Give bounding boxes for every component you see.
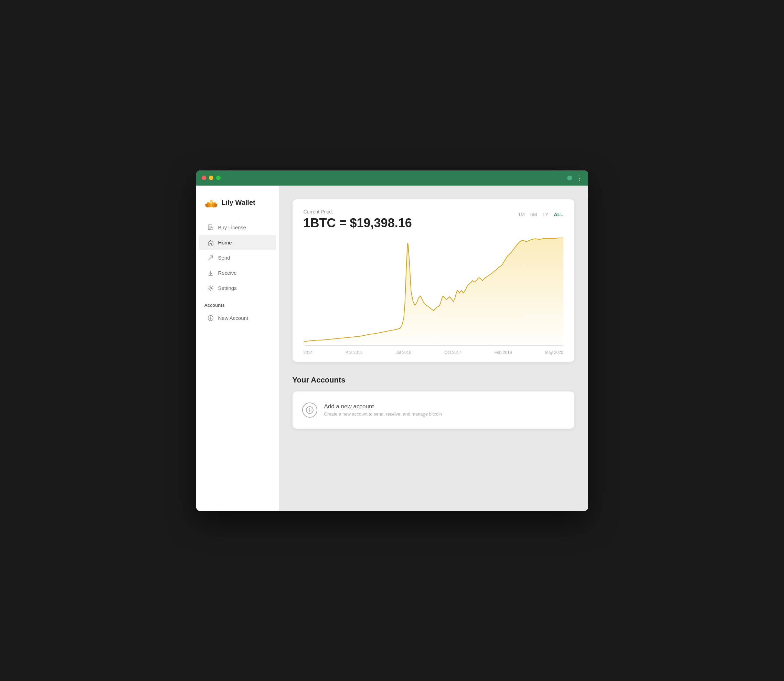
sidebar-item-label-home: Home (218, 240, 232, 245)
minimize-button[interactable] (209, 176, 213, 180)
chart-label-2014: 2014 (303, 350, 313, 355)
main-content: Current Price: 1BTC = $19,398.16 1M 6M 1… (279, 185, 588, 511)
price-chart-card: Current Price: 1BTC = $19,398.16 1M 6M 1… (292, 200, 574, 362)
sidebar-item-label-new-account: New Account (218, 315, 248, 321)
chart-label-feb2019: Feb 2019 (495, 350, 512, 355)
svg-line-15 (209, 256, 213, 260)
sidebar-item-receive[interactable]: Receive (199, 265, 276, 280)
add-account-card[interactable]: Add a new account Create a new account t… (292, 391, 574, 429)
menu-dots-button[interactable]: ⋮ (576, 174, 583, 182)
chart-label-apr2015: Apr 2015 (346, 350, 363, 355)
connection-status-dot (567, 176, 572, 181)
accounts-section-title: Your Accounts (292, 375, 574, 385)
app-window: ⋮ Lily Wallet (196, 170, 588, 511)
maximize-button[interactable] (216, 176, 221, 180)
sidebar-item-settings[interactable]: Settings (199, 280, 276, 296)
add-account-icon (302, 402, 317, 418)
chart-label-may2020: May 2020 (545, 350, 563, 355)
sidebar-item-label-buy-license: Buy License (218, 225, 247, 230)
time-filters: 1M 6M 1Y ALL (518, 209, 563, 217)
svg-point-7 (210, 201, 212, 203)
titlebar: ⋮ (196, 170, 588, 185)
sidebar-item-home[interactable]: Home (199, 235, 276, 250)
price-header: Current Price: 1BTC = $19,398.16 1M 6M 1… (303, 209, 563, 230)
accounts-section: Your Accounts Add a new account Create a… (292, 375, 574, 429)
traffic-lights (202, 176, 221, 180)
price-value: 1BTC = $19,398.16 (303, 216, 412, 230)
svg-rect-12 (211, 228, 213, 230)
settings-icon (207, 285, 214, 291)
price-label: Current Price: (303, 209, 412, 214)
receive-icon (207, 269, 214, 276)
filter-6m[interactable]: 6M (530, 212, 537, 217)
new-account-icon (207, 315, 214, 321)
price-info: Current Price: 1BTC = $19,398.16 (303, 209, 412, 230)
titlebar-right: ⋮ (567, 174, 583, 182)
send-icon (207, 255, 214, 261)
document-icon (207, 224, 214, 231)
home-icon (207, 239, 214, 246)
btc-price-chart (303, 237, 563, 347)
chart-label-oct2017: Oct 2017 (445, 350, 462, 355)
filter-1y[interactable]: 1Y (542, 212, 548, 217)
accounts-section-label: Accounts (196, 296, 279, 310)
add-account-title: Add a new account (324, 403, 442, 410)
svg-rect-10 (209, 227, 212, 228)
close-button[interactable] (202, 176, 206, 180)
app-body: Lily Wallet Buy License (196, 185, 588, 511)
logo-text: Lily Wallet (222, 199, 255, 207)
sidebar-item-label-receive: Receive (218, 270, 237, 276)
chart-x-labels: 2014 Apr 2015 Jul 2016 Oct 2017 Feb 2019… (303, 347, 563, 355)
add-account-subtitle: Create a new account to send, receive, a… (324, 412, 442, 417)
sidebar-item-new-account[interactable]: New Account (199, 310, 276, 326)
filter-1m[interactable]: 1M (518, 212, 525, 217)
sidebar-item-label-settings: Settings (218, 285, 237, 291)
svg-rect-9 (209, 226, 212, 226)
svg-rect-11 (209, 228, 211, 229)
chart-label-jul2016: Jul 2016 (396, 350, 411, 355)
sidebar-item-label-send: Send (218, 255, 230, 261)
sidebar-logo: Lily Wallet (196, 192, 279, 220)
filter-all[interactable]: ALL (554, 212, 563, 217)
logo-icon (204, 196, 218, 210)
sidebar-item-buy-license[interactable]: Buy License (199, 220, 276, 235)
add-account-text: Add a new account Create a new account t… (324, 403, 442, 417)
sidebar: Lily Wallet Buy License (196, 185, 279, 511)
sidebar-item-send[interactable]: Send (199, 250, 276, 265)
svg-point-18 (210, 287, 211, 289)
